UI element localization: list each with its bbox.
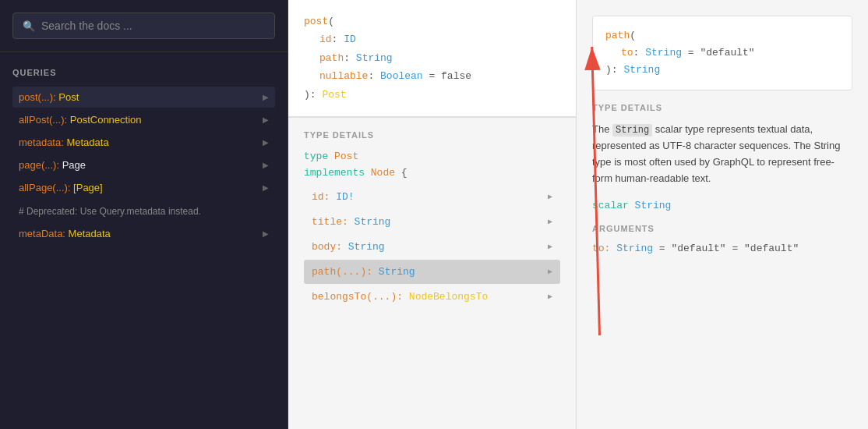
field-title-type: String [355, 216, 391, 228]
arg-to-label: to: [592, 243, 616, 254]
field-body-type: String [348, 241, 385, 253]
implements-brace: { [395, 167, 408, 179]
field-belongsto[interactable]: belongsTo(...): NodeBelongsTo ▶ [304, 285, 560, 309]
post-signature-block: post( id: ID path: String nullable: Bool… [288, 0, 576, 118]
path-keyword: path [605, 30, 630, 41]
arguments-header: ARGUMENTS [592, 224, 852, 233]
sidebar-item-allpage-label: allPage(...): [Page] [19, 182, 103, 193]
sidebar-item-post-label: post(...): Post [19, 91, 79, 103]
post-sig-line1: post( [304, 12, 560, 30]
arg-to-type: String [616, 243, 653, 254]
field-belongsto-type: NodeBelongsTo [409, 291, 488, 303]
metadata-prefix: metadata: [19, 136, 66, 148]
post-nullable-colon: : [368, 70, 380, 82]
allpost-type: PostConnection [70, 114, 142, 126]
path-to-label: to [621, 47, 633, 58]
search-input-placeholder: Search the docs ... [41, 20, 132, 32]
implements-name: Node [365, 167, 395, 179]
post-prefix: post(...): [19, 91, 58, 103]
page-chevron-icon: ▶ [263, 161, 269, 169]
post-id-colon: : [332, 34, 344, 45]
metadata-chevron-icon: ▶ [263, 138, 269, 147]
right-panel: path( to: String = "default" ): String T… [577, 0, 868, 429]
queries-section-header: QUERIES [12, 68, 275, 77]
sidebar-item-page[interactable]: page(...): Page ▶ [12, 154, 275, 176]
sidebar-item-metadata-label: metadata: Metadata [19, 136, 109, 148]
arguments-section: to: String = "default" = "default" [592, 243, 852, 254]
metadata2-prefix: metaData: [19, 228, 69, 239]
field-belongsto-chevron: ▶ [548, 292, 552, 301]
field-belongsto-name: belongsTo(...): [312, 291, 409, 303]
metadata2-chevron-icon: ▶ [263, 229, 269, 238]
sidebar-item-allpage[interactable]: allPage(...): [Page] ▶ [12, 177, 275, 198]
field-id-chevron: ▶ [548, 192, 552, 201]
post-type: Post [58, 91, 79, 103]
page-prefix: page(...): [19, 159, 62, 171]
sidebar-item-metadata2[interactable]: metaData: Metadata ▶ [12, 223, 275, 244]
allpage-type: [Page] [73, 182, 103, 193]
field-body-label: body: String [312, 241, 385, 253]
post-paren-open: ( [328, 16, 334, 27]
field-id[interactable]: id: ID! ▶ [304, 185, 560, 209]
field-path[interactable]: path(...): String ▶ [304, 260, 560, 284]
middle-type-details: TYPE DETAILS type Post implements Node {… [288, 118, 576, 322]
sidebar-item-metadata2-label: metaData: Metadata [19, 228, 111, 239]
field-title-chevron: ▶ [548, 217, 552, 226]
search-box[interactable]: 🔍 Search the docs ... [12, 12, 275, 39]
sidebar: 🔍 Search the docs ... QUERIES post(...):… [0, 0, 288, 429]
post-id-type: ID [344, 34, 356, 45]
path-close: ): [605, 64, 623, 76]
path-sig-line3: ): String [605, 62, 839, 79]
field-title-label: title: String [312, 216, 390, 228]
deprecated-note: # Deprecated: Use Query.metadata instead… [12, 200, 275, 223]
path-return-type: String [623, 64, 660, 76]
path-signature-block: path( to: String = "default" ): String [592, 16, 852, 90]
field-id-type: ID! [336, 191, 354, 203]
field-path-type: String [379, 266, 415, 278]
post-path-type: String [356, 52, 393, 64]
implements-keyword: implements [304, 167, 365, 179]
type-def-line1: type Post [304, 151, 560, 162]
post-keyword: post [304, 16, 328, 27]
allpage-chevron-icon: ▶ [263, 183, 269, 192]
metadata2-type: Metadata [69, 228, 111, 239]
post-path-colon: : [344, 52, 356, 64]
post-id-label: id [319, 34, 332, 45]
post-nullable-type: Boolean [380, 70, 423, 82]
sidebar-item-post[interactable]: post(...): Post ▶ [12, 87, 275, 108]
right-type-details-header: TYPE DETAILS [592, 103, 852, 112]
post-chevron-icon: ▶ [263, 93, 269, 101]
allpost-chevron-icon: ▶ [263, 115, 269, 124]
right-type-details: TYPE DETAILS The String scalar type repr… [592, 103, 852, 254]
field-belongsto-label: belongsTo(...): NodeBelongsTo [312, 291, 488, 303]
field-body[interactable]: body: String ▶ [304, 235, 560, 259]
field-body-name: body: [312, 241, 348, 253]
field-title[interactable]: title: String ▶ [304, 210, 560, 234]
search-container: 🔍 Search the docs ... [0, 0, 288, 52]
middle-panel: post( id: ID path: String nullable: Bool… [288, 0, 577, 429]
type-def-line2: implements Node { [304, 167, 560, 179]
arg-to-default: = "default" = "default" [653, 243, 799, 254]
allpost-prefix: allPost(...): [19, 114, 70, 126]
sidebar-item-allpost[interactable]: allPost(...): PostConnection ▶ [12, 109, 275, 130]
post-paren-close: ): [304, 89, 322, 101]
path-to-type: String [645, 47, 682, 58]
field-path-label: path(...): String [312, 266, 415, 278]
sidebar-content: QUERIES post(...): Post ▶ allPost(...): … [0, 52, 288, 429]
field-id-label: id: ID! [312, 191, 355, 203]
field-title-name: title: [312, 216, 355, 228]
field-path-chevron: ▶ [548, 267, 552, 276]
path-to-default: = "default" [682, 47, 755, 58]
type-keyword: type [304, 151, 328, 162]
middle-type-details-header: TYPE DETAILS [304, 130, 560, 140]
scalar-keyword: scalar [592, 200, 629, 211]
scalar-line: scalar String [592, 200, 852, 211]
argument-to: to: String = "default" = "default" [592, 243, 852, 254]
post-path-label: path [319, 52, 344, 64]
post-sig-line3: path: String [304, 49, 560, 67]
sidebar-item-metadata[interactable]: metadata: Metadata ▶ [12, 132, 275, 153]
post-nullable-default: = false [423, 70, 471, 82]
path-to-colon: : [633, 47, 646, 58]
post-return-type: Post [322, 89, 346, 101]
path-sig-line2: to: String = "default" [605, 44, 839, 62]
